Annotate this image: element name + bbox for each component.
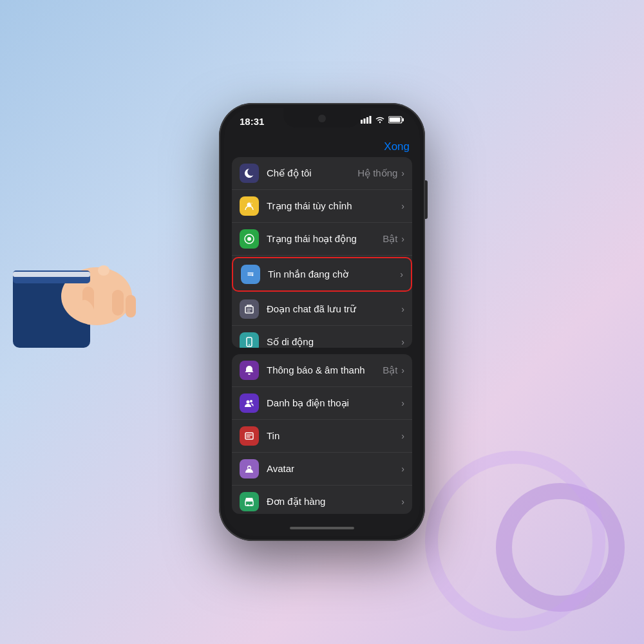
trang-thai-hoat-dong-icon [240, 229, 259, 249]
chevron-icon: › [401, 201, 404, 211]
trang-thai-tuy-chinh-icon [240, 196, 259, 216]
row-doan-chat[interactable]: Đoạn chat đã lưu trữ › [232, 293, 412, 326]
wifi-icon [375, 116, 385, 124]
status-bar: 18:31 [224, 108, 420, 137]
svg-rect-13 [370, 116, 372, 124]
chevron-icon: › [401, 337, 404, 347]
home-bar [290, 527, 354, 529]
row-danh-ba[interactable]: Danh bạ điện thoại › [232, 387, 412, 420]
deco-circle-2 [425, 451, 605, 631]
don-dat-hang-icon [240, 492, 259, 511]
svg-point-22 [246, 270, 256, 279]
screen-content: Xong Chế độ tôi Hệ thống › [224, 137, 420, 520]
row-don-dat-hang[interactable]: Đơn đặt hàng › [232, 486, 412, 514]
che-do-toi-value: Hệ thống [357, 167, 397, 179]
phone-screen: 18:31 [224, 108, 420, 536]
settings-group-1: Chế độ tôi Hệ thống › Trạng thái t [232, 157, 412, 348]
tin-nhan-icon [241, 265, 260, 284]
row-avatar[interactable]: Avatar › [232, 453, 412, 486]
chevron-icon: › [401, 431, 404, 441]
signal-icon [361, 116, 372, 124]
row-tin-nhan-dang-cho[interactable]: Tin nhắn đang chờ › [232, 257, 412, 292]
row-che-do-toi[interactable]: Chế độ tôi Hệ thống › [232, 157, 412, 190]
doan-chat-icon [240, 299, 259, 319]
xong-button[interactable]: Xong [384, 140, 410, 153]
svg-point-28 [250, 400, 252, 402]
trang-thai-tuy-chinh-label: Trạng thái tùy chỉnh [267, 200, 401, 212]
che-do-toi-label: Chế độ tôi [267, 167, 357, 179]
home-indicator [224, 520, 420, 536]
chevron-icon: › [401, 365, 404, 375]
thong-bao-label: Thông báo & âm thanh [267, 365, 383, 375]
svg-rect-16 [402, 118, 404, 122]
svg-point-34 [251, 504, 252, 506]
avatar-icon [240, 459, 259, 478]
row-so-di-dong[interactable]: Số di động › [232, 326, 412, 348]
trang-thai-hoat-dong-label: Trạng thái hoạt động [267, 233, 383, 245]
svg-point-7 [98, 265, 109, 276]
settings-group-2: Thông báo & âm thanh Bật › Danh bạ [232, 354, 412, 514]
chevron-icon: › [401, 497, 404, 507]
so-di-dong-icon [240, 332, 259, 348]
don-dat-hang-label: Đơn đặt hàng [267, 496, 401, 507]
battery-icon [388, 116, 404, 124]
svg-point-21 [247, 237, 251, 241]
svg-point-14 [379, 122, 381, 123]
status-time: 18:31 [240, 116, 264, 127]
svg-point-19 [251, 202, 253, 205]
so-di-dong-label: Số di động [267, 336, 401, 348]
chevron-icon: › [401, 234, 404, 244]
danh-ba-icon [240, 393, 259, 413]
doan-chat-label: Đoạn chat đã lưu trữ [267, 303, 401, 315]
danh-ba-label: Danh bạ điện thoại [267, 397, 401, 409]
svg-point-23 [252, 274, 254, 276]
svg-rect-10 [361, 120, 363, 124]
svg-rect-24 [245, 307, 253, 313]
thong-bao-value: Bật [383, 365, 397, 376]
chevron-icon: › [401, 398, 404, 408]
xong-row: Xong [232, 137, 412, 157]
row-trang-thai-tuy-chinh[interactable]: Trạng thái tùy chỉnh › [232, 190, 412, 223]
svg-point-33 [247, 504, 249, 506]
tin-nhan-dang-cho-label: Tin nhắn đang chờ [268, 269, 400, 280]
row-trang-thai-hoat-dong[interactable]: Trạng thái hoạt động Bật › [232, 223, 412, 256]
svg-rect-11 [364, 118, 366, 124]
chevron-icon: › [400, 269, 403, 279]
svg-rect-5 [126, 295, 136, 317]
svg-rect-17 [390, 118, 401, 122]
svg-rect-4 [112, 290, 124, 316]
phone-device: 18:31 [219, 103, 425, 541]
svg-rect-12 [366, 117, 368, 124]
svg-point-26 [249, 345, 250, 346]
svg-rect-29 [245, 433, 253, 439]
chevron-icon: › [401, 464, 404, 474]
chevron-icon: › [401, 168, 404, 178]
svg-point-27 [247, 400, 250, 403]
chevron-icon: › [401, 304, 404, 314]
pointing-hand [13, 219, 155, 350]
svg-rect-9 [13, 272, 90, 277]
thong-bao-icon [240, 361, 259, 380]
avatar-label: Avatar [267, 463, 401, 474]
status-icons [361, 116, 404, 124]
tin-label: Tin [267, 430, 401, 441]
tin-icon [240, 426, 259, 446]
row-tin[interactable]: Tin › [232, 420, 412, 453]
che-do-toi-icon [240, 164, 259, 183]
trang-thai-hoat-dong-value: Bật [383, 233, 397, 245]
row-thong-bao[interactable]: Thông báo & âm thanh Bật › [232, 354, 412, 387]
